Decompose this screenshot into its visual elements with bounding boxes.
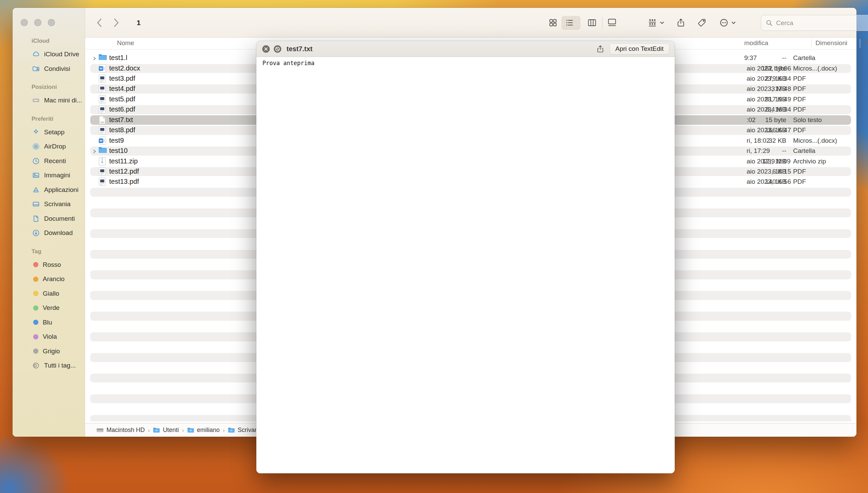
- preview-text: Prova anteprima: [262, 60, 315, 66]
- share-icon[interactable]: [596, 44, 605, 54]
- sidebar-item-recenti[interactable]: Recenti: [13, 154, 85, 169]
- images-icon: [32, 172, 40, 179]
- sidebar-item-label: Blu: [43, 319, 52, 326]
- sidebar-section-icloud: iCloud iCloud Drive Condivisi: [13, 35, 85, 76]
- file-type: PDF: [793, 96, 806, 103]
- file-size: 12,9 MB: [762, 158, 786, 165]
- path-separator-chevron: ›: [182, 427, 184, 434]
- zoom-window-button[interactable]: [48, 19, 55, 26]
- open-with-textedit-button[interactable]: Apri con TextEdit: [610, 43, 669, 55]
- sidebar-item-rosso[interactable]: Rosso: [13, 258, 85, 272]
- file-size: 917 KB: [765, 96, 786, 103]
- file-modified-date: ri, 17:29: [747, 147, 770, 155]
- file-size: 15 byte: [765, 116, 786, 124]
- drive-icon: [96, 427, 104, 433]
- column-header-name[interactable]: Nome: [117, 38, 134, 49]
- sidebar-item-giallo[interactable]: Giallo: [13, 287, 85, 301]
- path-separator-chevron: ›: [223, 427, 225, 434]
- column-header-modified[interactable]: modifica: [744, 38, 768, 49]
- path-item-emiliano[interactable]: emiliano: [187, 427, 220, 434]
- file-type: Solo testo: [793, 116, 822, 124]
- sidebar-item-applicazioni[interactable]: Applicazioni: [13, 183, 85, 197]
- file-type: PDF: [793, 126, 806, 134]
- sidebar-item-airdrop[interactable]: AirDrop: [13, 139, 85, 154]
- file-size: --: [782, 54, 786, 62]
- file-name: test8.pdf: [109, 126, 135, 134]
- list-view-icon: [565, 18, 575, 28]
- file-size: 140 KB: [765, 178, 786, 185]
- minimize-window-button[interactable]: [34, 19, 41, 26]
- window-title: 1: [137, 8, 141, 38]
- file-type: Micros...(.docx): [793, 137, 837, 144]
- sidebar-item-mac-mini-di[interactable]: Mac mini di...: [13, 93, 85, 108]
- list-view-button[interactable]: [565, 8, 575, 38]
- sidebar-item-download[interactable]: Download: [13, 226, 85, 240]
- sidebar-item-setapp[interactable]: Setapp: [13, 125, 85, 140]
- file-modified-date: ri, 18:02: [747, 137, 770, 144]
- share-button[interactable]: [676, 8, 686, 38]
- chevron-down-icon: [731, 21, 736, 24]
- column-separator[interactable]: [860, 39, 860, 48]
- disclosure-chevron-icon[interactable]: [93, 149, 96, 155]
- column-header-type[interactable]: Tipo: [866, 38, 868, 49]
- txt-file-icon: TXT: [98, 116, 106, 126]
- icon-view-button[interactable]: [548, 8, 558, 38]
- sidebar-item-label: Giallo: [43, 290, 59, 297]
- ellipsis-circle-icon: [719, 18, 729, 28]
- file-size: 279 KB: [765, 75, 786, 82]
- column-separator[interactable]: [811, 39, 812, 48]
- sidebar-item-label: Condivisi: [44, 65, 70, 73]
- gallery-view-button[interactable]: [607, 8, 617, 38]
- sidebar-item-arancio[interactable]: Arancio: [13, 272, 85, 287]
- more-options-button[interactable]: [719, 8, 736, 38]
- sidebar-item-icloud-drive[interactable]: iCloud Drive: [13, 47, 85, 62]
- finder-toolbar: 1 Cerca: [85, 8, 856, 38]
- sidebar-item-documenti[interactable]: Documenti: [13, 212, 85, 226]
- sidebar-item-label: Documenti: [44, 215, 75, 222]
- column-header-size[interactable]: Dimensioni: [815, 38, 847, 49]
- tags-button[interactable]: [697, 8, 707, 38]
- folder-s-icon: [187, 427, 194, 433]
- forward-button[interactable]: [112, 8, 120, 38]
- file-name: test2.docx: [109, 64, 140, 72]
- gallery-view-icon: [607, 18, 617, 28]
- group-by-button[interactable]: [647, 8, 664, 38]
- sidebar-item-scrivania[interactable]: Scrivania: [13, 197, 85, 212]
- quick-look-window: test7.txt Apri con TextEdit Prova antepr…: [256, 41, 675, 473]
- sidebar-item-condivisi[interactable]: Condivisi: [13, 62, 85, 76]
- block-icon[interactable]: [273, 45, 282, 53]
- file-type: Cartella: [793, 54, 815, 62]
- folder-s-icon: [153, 427, 160, 433]
- path-separator-chevron: ›: [148, 427, 150, 434]
- close-window-button[interactable]: [21, 19, 28, 26]
- file-name: test4.pdf: [109, 85, 135, 93]
- tag-dot-icon: [33, 305, 38, 311]
- file-type: Archivio zip: [793, 158, 826, 165]
- column-view-button[interactable]: [587, 8, 597, 38]
- file-name: test3.pdf: [109, 75, 135, 82]
- disclosure-chevron-icon[interactable]: [93, 56, 96, 62]
- setapp-icon: [32, 129, 40, 136]
- back-button[interactable]: [96, 8, 103, 38]
- sidebar-item-label: Rosso: [43, 261, 61, 269]
- path-item-utenti[interactable]: Utenti: [153, 427, 179, 434]
- sidebar-item-verde[interactable]: Verde: [13, 301, 85, 315]
- sidebar-item-blu[interactable]: Blu: [13, 315, 85, 330]
- sidebar-item-label: Mac mini di...: [44, 97, 82, 104]
- sidebar-item-label: Download: [44, 229, 73, 237]
- sidebar-item-label: iCloud Drive: [44, 51, 79, 58]
- search-input[interactable]: Cerca: [761, 15, 868, 31]
- sidebar-item-viola[interactable]: Viola: [13, 330, 85, 344]
- sidebar-item-label: Applicazioni: [44, 186, 78, 194]
- sidebar-item-grigio[interactable]: Grigio: [13, 344, 85, 359]
- pdf-file-icon: [98, 126, 106, 136]
- sidebar-item-immagini[interactable]: Immagini: [13, 168, 85, 183]
- group-by-icon: [647, 18, 657, 28]
- sidebar-item-tutti-i-tag[interactable]: Tutti i tag...: [13, 358, 85, 373]
- close-icon[interactable]: [262, 45, 270, 53]
- sidebar-section-header: iCloud: [13, 35, 85, 47]
- chevron-left-icon: [96, 18, 103, 28]
- pdf-file-icon: [98, 167, 106, 177]
- sidebar-section-header: Preferiti: [13, 113, 85, 125]
- path-item-macintosh-hd[interactable]: Macintosh HD: [96, 427, 145, 434]
